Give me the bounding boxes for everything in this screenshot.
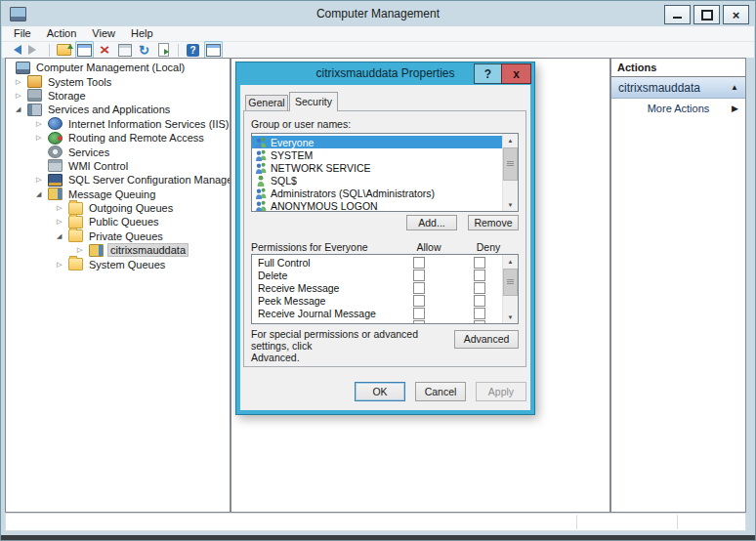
permissions-scrollbar[interactable]: ▲ ▼ [502,255,518,323]
tree-item-outgoing-queues[interactable]: ▷ Outgoing Queues [6,201,230,215]
cancel-button[interactable]: Cancel [415,382,466,401]
list-item-everyone[interactable]: Everyone [252,136,502,148]
list-item-sql[interactable]: SQL$ [252,174,502,187]
status-bar [5,513,746,531]
group-list-scrollbar[interactable]: ▲ ▼ [502,134,518,211]
permission-row-receive-journal-message[interactable]: Receive Journal Message [252,308,502,320]
tab-security[interactable]: Security [289,92,338,111]
tree-item-system-queues[interactable]: ▷ System Queues [6,257,230,270]
group-name: ANONYMOUS LOGON [271,200,378,212]
expander-collapsed-icon[interactable]: ▷ [36,120,48,128]
scrollbar-thumb[interactable] [503,147,518,181]
tree-item-public-queues[interactable]: ▷ Public Queues [6,215,230,229]
tree-item-wmi-control[interactable]: WMI Control [6,159,230,173]
tree-item-system-tools[interactable]: ▷ System Tools [6,74,230,88]
properties-icon [118,44,132,57]
allow-checkbox[interactable] [413,270,425,281]
deny-checkbox[interactable] [474,257,485,269]
allow-checkbox[interactable] [413,257,425,269]
expander-collapsed-icon[interactable]: ▷ [36,176,48,184]
scroll-down-icon[interactable]: ▼ [503,311,518,323]
tree-item-citrixsmauddata[interactable]: ▷ citrixsmauddata [6,243,230,257]
refresh-button[interactable]: ↻ [136,42,152,58]
permission-row-receive-message[interactable]: Receive Message [252,282,502,295]
expander-expanded-icon[interactable]: ◢ [36,190,48,198]
ok-button[interactable]: OK [355,382,405,401]
expander-expanded-icon[interactable]: ◢ [16,105,27,113]
expander-collapsed-icon[interactable]: ▷ [57,218,68,226]
tree-item-label: Private Queues [87,230,165,242]
properties-button[interactable] [116,42,133,58]
actions-group-citrixsmauddata[interactable]: citrixsmauddata ▲ [611,77,745,99]
deny-checkbox[interactable] [474,295,485,307]
dialog-help-button[interactable]: ? [474,63,502,84]
advanced-button[interactable]: Advanced [454,330,519,349]
add-button[interactable]: Add... [406,215,457,230]
list-item-network-service[interactable]: NETWORK SERVICE [252,161,502,174]
tree-item-services-and-applications[interactable]: ◢ Services and Applications [6,103,230,116]
expander-collapsed-icon[interactable]: ▷ [77,246,89,254]
toolbar-separator [49,44,50,57]
tab-general[interactable]: General [245,95,288,110]
maximize-button[interactable] [693,5,720,24]
allow-checkbox[interactable] [413,282,425,294]
sql-server-icon [48,174,63,187]
tree-item-routing-remote-access[interactable]: ▷ Routing and Remote Access [6,131,230,145]
deny-checkbox[interactable] [474,320,485,324]
expander-collapsed-icon[interactable]: ▷ [36,134,48,142]
list-item-anonymous-logon[interactable]: ANONYMOUS LOGON [252,199,502,212]
permission-row-peek-message[interactable]: Peek Message [252,295,502,308]
menu-action[interactable]: Action [39,26,85,41]
expander-collapsed-icon[interactable]: ▷ [16,92,27,100]
group-name: NETWORK SERVICE [271,162,371,174]
tree-item-computer-management[interactable]: Computer Management (Local) [6,61,230,74]
menu-help[interactable]: Help [123,26,161,41]
scroll-up-icon[interactable]: ▲ [503,134,518,146]
tree-item-message-queuing[interactable]: ◢ Message Queuing [6,187,230,201]
tree-item-sql-config-manager[interactable]: ▷ SQL Server Configuration Manager [6,173,230,187]
delete-button[interactable]: × [97,42,113,58]
allow-checkbox[interactable] [413,308,425,319]
remove-button[interactable]: Remove [468,215,519,230]
expander-collapsed-icon[interactable]: ▷ [57,204,68,212]
collapse-icon[interactable]: ▲ [731,83,738,92]
permissions-list[interactable]: Full Control Delete Receive Message [251,254,519,324]
close-button[interactable]: × [723,5,749,24]
more-actions-item[interactable]: More Actions ▶ [611,99,745,118]
up-one-level-button[interactable] [56,42,72,58]
tree-item-private-queues[interactable]: ◢ Private Queues [6,229,230,243]
deny-checkbox[interactable] [474,270,485,281]
permission-row-full-control[interactable]: Full Control [252,257,502,270]
menu-file[interactable]: File [6,26,39,41]
deny-checkbox[interactable] [474,308,485,319]
tree-item-label: System Tools [46,76,113,88]
help-button[interactable]: ? [185,42,201,58]
group-user-list[interactable]: Everyone SYSTEM NETWORK SE [251,133,519,212]
scrollbar-thumb[interactable] [503,269,518,296]
forward-button[interactable] [26,42,43,58]
scroll-down-icon[interactable]: ▼ [503,198,518,211]
window-frame: Computer Management × File Action View H… [0,0,756,541]
back-button[interactable] [7,42,23,58]
minimize-button[interactable] [664,5,691,24]
menu-view[interactable]: View [84,26,123,41]
dialog-close-button[interactable]: x [501,63,531,84]
tree-item-storage[interactable]: ▷ Storage [6,89,230,103]
tree-item-iis-manager[interactable]: ▷ Internet Information Services (IIS) Ma… [6,117,230,131]
list-item-administrators[interactable]: Administrators (SQL\Administrators) [252,187,502,199]
expander-collapsed-icon[interactable]: ▷ [57,261,68,269]
list-item-system[interactable]: SYSTEM [252,148,502,161]
scroll-up-icon[interactable]: ▲ [503,255,518,268]
allow-checkbox[interactable] [413,320,425,324]
deny-checkbox[interactable] [474,282,485,294]
allow-checkbox[interactable] [413,295,425,307]
permission-row-delete[interactable]: Delete [252,270,502,282]
export-list-button[interactable] [155,42,172,58]
apply-button[interactable]: Apply [476,382,526,401]
statusbar-divider [576,515,577,529]
expander-expanded-icon[interactable]: ◢ [57,232,68,240]
show-action-pane-button[interactable] [204,41,223,59]
expander-collapsed-icon[interactable]: ▷ [16,78,27,86]
tree-item-services[interactable]: Services [6,145,230,158]
show-console-tree-button[interactable] [75,41,94,59]
